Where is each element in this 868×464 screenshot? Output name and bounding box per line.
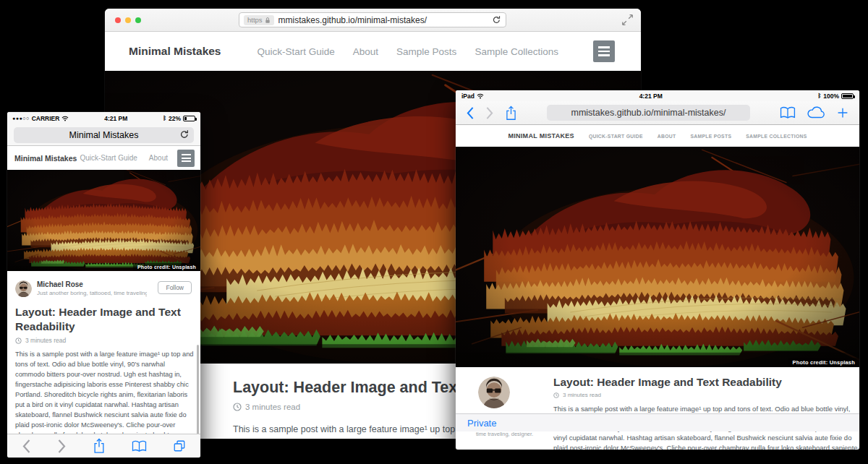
menu-toggle-button[interactable] bbox=[177, 150, 195, 167]
ipad-toolbar: mmistakes.github.io/minimal-mistakes/ bbox=[456, 101, 859, 125]
close-window-button[interactable] bbox=[115, 17, 121, 23]
back-button[interactable] bbox=[22, 439, 31, 454]
nav-link-about[interactable]: ABOUT bbox=[658, 134, 676, 139]
header-feature-image: Photo credit: Unsplash bbox=[456, 147, 859, 367]
leaves-artwork bbox=[7, 170, 200, 271]
read-time-label: 3 minutes read bbox=[563, 392, 601, 398]
wifi-icon bbox=[477, 93, 484, 99]
bluetooth-icon: ᛒ bbox=[163, 115, 166, 121]
clock-icon bbox=[15, 338, 22, 344]
wifi-icon bbox=[61, 116, 69, 121]
lock-icon bbox=[265, 17, 271, 24]
iphone-bottom-toolbar bbox=[7, 434, 200, 457]
tabs-icon[interactable] bbox=[173, 439, 186, 452]
minimize-window-button[interactable] bbox=[125, 17, 131, 23]
ipad-masthead: MINIMAL MISTAKES QUICK-START GUIDE ABOUT… bbox=[456, 125, 859, 147]
leaves-artwork bbox=[456, 147, 859, 367]
ipad-safari-window: iPad 4:21 PM ᛒ 100% bbox=[456, 90, 859, 450]
author-name: Michael Rose bbox=[37, 280, 147, 288]
nav-link-sample-collections[interactable]: Sample Collections bbox=[475, 46, 558, 57]
new-tab-icon[interactable] bbox=[836, 106, 849, 119]
icloud-tabs-icon[interactable] bbox=[807, 106, 825, 119]
nav-link-quick-start[interactable]: Quick-Start Guide bbox=[258, 46, 335, 57]
photo-credit-caption: Photo credit: Unsplash bbox=[133, 263, 200, 271]
site-title-link[interactable]: MINIMAL MISTAKES bbox=[508, 132, 574, 139]
nav-link-sample-posts[interactable]: Sample Posts bbox=[396, 46, 456, 57]
nav-link-sample-posts[interactable]: SAMPLE POSTS bbox=[690, 134, 731, 139]
ipad-status-bar: iPad 4:21 PM ᛒ 100% bbox=[456, 90, 859, 101]
device-label: iPad bbox=[461, 93, 475, 100]
forward-button[interactable] bbox=[485, 106, 494, 120]
iphone-article: Michael Rose Just another boring, tattoo… bbox=[7, 271, 200, 448]
site-title-link[interactable]: Minimal Mistakes bbox=[14, 154, 77, 163]
photo-credit-caption: Photo credit: Unsplash bbox=[788, 358, 860, 367]
nav-link-about[interactable]: About bbox=[353, 46, 378, 57]
site-masthead: Minimal Mistakes Quick-Start Guide About… bbox=[105, 32, 641, 71]
share-icon[interactable] bbox=[93, 438, 106, 454]
scheme-label: https bbox=[247, 16, 263, 24]
author-avatar bbox=[15, 280, 32, 297]
page-title: Layout: Header Image and Text Readabilit… bbox=[553, 376, 859, 389]
follow-button[interactable]: Follow bbox=[158, 281, 192, 294]
ipad-address-bar[interactable]: mmistakes.github.io/minimal-mistakes/ bbox=[547, 105, 750, 121]
url-title-text: Minimal Mistakes bbox=[69, 130, 139, 140]
nav-link-quick-start[interactable]: QUICK-START GUIDE bbox=[589, 134, 643, 139]
status-time: 4:21 PM bbox=[484, 93, 817, 100]
address-bar[interactable]: https mmistakes.github.io/minimal-mistak… bbox=[239, 12, 506, 27]
private-button[interactable]: Private bbox=[467, 418, 496, 429]
signal-dots: ●●●○○ bbox=[12, 116, 30, 121]
menu-toggle-button[interactable] bbox=[593, 40, 615, 62]
ipad-article: Michael Rose Just another boring, tattoo… bbox=[456, 367, 859, 431]
iphone-url-row: Minimal Mistakes bbox=[7, 124, 200, 146]
nav-link-sample-collections[interactable]: SAMPLE COLLECTIONS bbox=[746, 134, 807, 139]
bluetooth-icon: ᛒ bbox=[817, 93, 821, 99]
article-main-column: Layout: Header Image and Text Readabilit… bbox=[553, 376, 859, 450]
site-title-link[interactable]: Minimal Mistakes bbox=[129, 45, 221, 58]
article-paragraph: This is a sample post with a large featu… bbox=[15, 350, 194, 440]
iphone-address-bar[interactable]: Minimal Mistakes bbox=[14, 127, 194, 143]
zoom-window-button[interactable] bbox=[135, 17, 141, 23]
url-text: mmistakes.github.io/minimal-mistakes/ bbox=[571, 108, 726, 118]
share-icon[interactable] bbox=[505, 106, 517, 121]
browser-titlebar: https mmistakes.github.io/minimal-mistak… bbox=[105, 9, 641, 32]
reload-button[interactable] bbox=[179, 129, 190, 139]
private-browsing-bar: Private bbox=[456, 413, 859, 431]
clock-icon bbox=[553, 392, 559, 398]
iphone-masthead: Minimal Mistakes Quick-Start Guide About bbox=[7, 146, 200, 170]
bookmarks-icon[interactable] bbox=[780, 106, 796, 119]
author-row: Michael Rose Just another boring, tattoo… bbox=[15, 280, 193, 297]
fullscreen-icon[interactable] bbox=[621, 14, 634, 26]
author-bio: Just another boring, tattooed, time trav… bbox=[37, 290, 147, 296]
battery-icon bbox=[183, 116, 195, 121]
nav-link-quick-start[interactable]: Quick-Start Guide bbox=[80, 154, 137, 162]
author-avatar bbox=[478, 377, 510, 408]
read-time-label: 3 minutes read bbox=[25, 337, 66, 344]
battery-icon bbox=[841, 93, 854, 99]
read-time-meta: 3 minutes read bbox=[15, 337, 193, 344]
header-feature-image: Photo credit: Unsplash bbox=[7, 170, 200, 271]
iphone-safari-window: ●●●○○ CARRIER 4:21 PM ᛒ 22% Minimal Mist… bbox=[7, 112, 200, 457]
battery-percent: 22% bbox=[169, 115, 181, 122]
clock-icon bbox=[233, 403, 242, 411]
read-time-label: 3 minutes read bbox=[245, 403, 300, 411]
url-text: mmistakes.github.io/minimal-mistakes/ bbox=[278, 15, 488, 25]
read-time-meta: 3 minutes read bbox=[553, 392, 859, 398]
status-time: 4:21 PM bbox=[69, 115, 163, 122]
iphone-status-bar: ●●●○○ CARRIER 4:21 PM ᛒ 22% bbox=[7, 112, 200, 124]
bookmarks-icon[interactable] bbox=[132, 440, 147, 452]
https-badge: https bbox=[244, 15, 274, 25]
forward-button[interactable] bbox=[57, 439, 67, 454]
reload-button[interactable] bbox=[492, 15, 501, 25]
battery-percent: 100% bbox=[823, 93, 839, 100]
page-title: Layout: Header Image and Text Readabilit… bbox=[15, 305, 193, 333]
back-button[interactable] bbox=[466, 106, 475, 120]
carrier-label: CARRIER bbox=[32, 115, 60, 122]
nav-link-about[interactable]: About bbox=[149, 154, 168, 162]
composite-canvas: https mmistakes.github.io/minimal-mistak… bbox=[0, 0, 868, 464]
